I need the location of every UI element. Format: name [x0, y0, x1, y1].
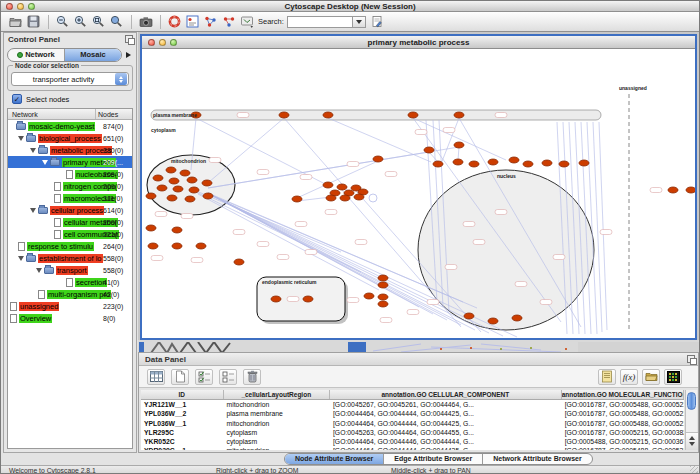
- float-panel-icon[interactable]: [687, 355, 695, 363]
- snapshot-button[interactable]: [137, 13, 154, 30]
- tree-expander-icon[interactable]: [30, 148, 36, 153]
- tree-expander-icon[interactable]: [18, 256, 24, 261]
- tree-row[interactable]: nucleobase-209(0): [8, 168, 132, 180]
- select-attributes-button[interactable]: [195, 369, 213, 385]
- table-row[interactable]: YPL036W__2plasma membrane[GO:0044464, GO…: [141, 409, 684, 418]
- destroy-network-button[interactable]: [220, 13, 237, 30]
- tree-row[interactable]: secretion41(0): [8, 276, 132, 288]
- table-row[interactable]: YJR121W__1mitochondrion[GO:0045267, GO:0…: [141, 400, 684, 409]
- tree-row-count: 651(0): [103, 135, 123, 142]
- zoom-selected-button[interactable]: [108, 13, 125, 30]
- select-nodes-checkbox[interactable]: ✓: [12, 94, 22, 104]
- tree-row[interactable]: transport558(0): [8, 264, 132, 276]
- tree-expander-icon[interactable]: [30, 208, 36, 213]
- table-row[interactable]: YPL036W__1mitochondrion[GO:0044464, GO:0…: [141, 419, 684, 428]
- tree-row-count: 558(0): [103, 255, 123, 262]
- search-input[interactable]: [287, 16, 353, 28]
- tree-row-label: transport: [56, 266, 88, 275]
- annotation-button[interactable]: [184, 13, 201, 30]
- tree-row[interactable]: macromolecule311(0): [8, 192, 132, 204]
- color-matrix-button[interactable]: [664, 369, 682, 385]
- tree-row[interactable]: response to stimulu264(0): [8, 240, 132, 252]
- tab-overflow-button[interactable]: [124, 50, 133, 60]
- search-dropdown-button[interactable]: [353, 16, 366, 28]
- toolbar-separator: [160, 15, 161, 29]
- zoom-out-button[interactable]: [54, 13, 71, 30]
- delete-attribute-button[interactable]: [243, 369, 261, 385]
- label-cytoplasm: cytoplasm: [151, 127, 176, 133]
- tree-header-network[interactable]: Network: [8, 109, 96, 119]
- column-header[interactable]: annotation.GO MOLECULAR_FUNCTION: [562, 390, 684, 399]
- tab-network[interactable]: Network: [8, 49, 65, 61]
- tree-row[interactable]: metabolic process280(0): [8, 144, 132, 156]
- zoom-out-icon: [56, 15, 69, 28]
- column-header[interactable]: _cellularLayoutRegion: [224, 390, 330, 399]
- tree-row[interactable]: primary metabo209(...: [8, 156, 132, 168]
- dropdown-stepper-icon: [115, 73, 127, 85]
- resize-grip-icon[interactable]: [690, 466, 698, 474]
- tree-row[interactable]: establishment of lo558(0): [8, 252, 132, 264]
- frame-minimize-button[interactable]: [159, 39, 166, 46]
- save-disk-icon: [27, 15, 40, 28]
- table-row[interactable]: YDR039C__1mitochondrion[GO:0044464, GO:0…: [141, 446, 684, 450]
- tab-mosaic[interactable]: Mosaic: [65, 49, 121, 61]
- background-window-strip[interactable]: [138, 340, 699, 352]
- frame-close-button[interactable]: [148, 39, 155, 46]
- new-attribute-button[interactable]: [171, 369, 189, 385]
- tree-row[interactable]: Overview8(0): [8, 312, 132, 324]
- column-header[interactable]: annotation.GO CELLULAR_COMPONENT: [330, 390, 562, 399]
- network-node: [172, 243, 182, 249]
- table-row[interactable]: YKR052Ccytoplasm[GO:0044464, GO:0044446,…: [141, 437, 684, 446]
- open-session-button[interactable]: [7, 13, 24, 30]
- network-canvas[interactable]: plasma membranecytoplasmmitochondrionnuc…: [142, 49, 695, 338]
- table-cell: mitochondrion: [224, 419, 330, 428]
- search-options-button[interactable]: [369, 13, 386, 30]
- network-view-titlebar[interactable]: primary metabolic process: [142, 36, 695, 49]
- tree-row[interactable]: multi-organism pro42(0): [8, 288, 132, 300]
- network-node: [146, 225, 156, 231]
- tree-row-count: 221(0): [103, 231, 123, 238]
- tree-row[interactable]: biological_process651(0): [8, 132, 132, 144]
- import-attributes-button[interactable]: [642, 369, 660, 385]
- table-scrollbar[interactable]: [685, 390, 697, 450]
- tree-header-nodes[interactable]: Nodes: [96, 109, 132, 119]
- scrollbar-arrows[interactable]: [686, 432, 698, 450]
- float-panel-icon[interactable]: [125, 35, 133, 43]
- tab-node-attribute-browser[interactable]: Node Attribute Browser: [285, 454, 384, 464]
- tree-row[interactable]: nitrogen compo209(0): [8, 180, 132, 192]
- tree-expander-icon[interactable]: [18, 136, 24, 141]
- tab-network-attribute-browser[interactable]: Network Attribute Browser: [483, 454, 591, 464]
- attribute-grid-button[interactable]: [147, 369, 165, 385]
- zoom-fit-button[interactable]: [90, 13, 107, 30]
- control-panel-title: Control Panel: [8, 35, 60, 44]
- tree-row[interactable]: cellular metabol209(0): [8, 216, 132, 228]
- tree-row-count: 223(0): [103, 303, 123, 310]
- column-header[interactable]: ID: [141, 390, 224, 399]
- zoom-in-button[interactable]: [72, 13, 89, 30]
- tree-row[interactable]: mosaic-demo-yeast874(0): [8, 120, 132, 132]
- network-node: [167, 195, 177, 201]
- tab-edge-attribute-browser[interactable]: Edge Attribute Browser: [384, 454, 483, 464]
- help-button[interactable]: [166, 13, 183, 30]
- tree-expander-icon[interactable]: [42, 160, 48, 165]
- file-icon: [54, 218, 61, 227]
- folder-icon: [50, 159, 60, 166]
- vizmapper-button[interactable]: [238, 13, 255, 30]
- tree-row[interactable]: cellular process614(0): [8, 204, 132, 216]
- label-unassigned: unassigned: [619, 85, 647, 91]
- tree-row[interactable]: unassigned223(0): [8, 300, 132, 312]
- scrollbar-thumb[interactable]: [687, 392, 696, 410]
- unselect-attributes-button[interactable]: [219, 369, 237, 385]
- node-color-dropdown[interactable]: transporter activity: [11, 72, 129, 86]
- tree-expander-icon[interactable]: [36, 268, 42, 273]
- cytoscape-window: Cytoscape Desktop (New Session) Search: …: [0, 0, 700, 474]
- chevron-right-icon: [126, 52, 131, 58]
- create-network-button[interactable]: [202, 13, 219, 30]
- report-button[interactable]: [598, 369, 616, 385]
- save-session-button[interactable]: [25, 13, 42, 30]
- tree-row-count: 41(0): [103, 279, 119, 286]
- tree-row[interactable]: cell communicat221(0): [8, 228, 132, 240]
- table-row[interactable]: YLR295Ccytoplasm[GO:0045263, GO:0044464,…: [141, 428, 684, 437]
- frame-maximize-button[interactable]: [170, 39, 177, 46]
- formula-builder-button[interactable]: f(x): [620, 369, 638, 385]
